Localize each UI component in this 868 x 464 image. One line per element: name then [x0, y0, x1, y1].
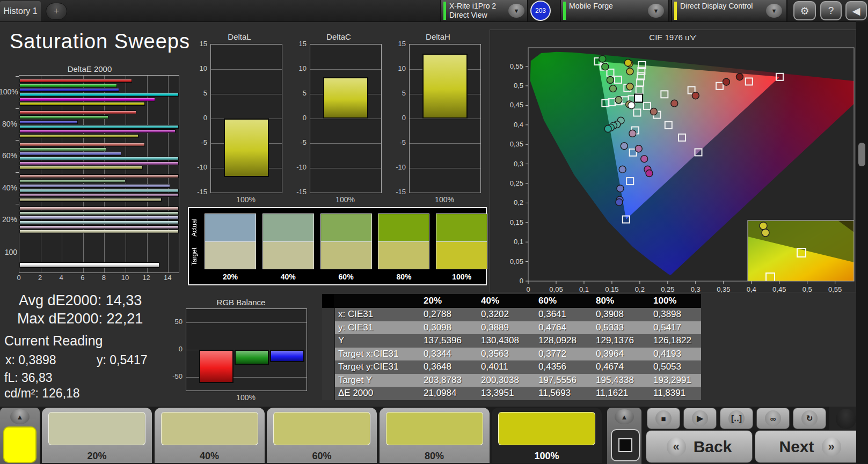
table-cell: 0,4674: [596, 360, 624, 374]
svg-text:0,05: 0,05: [549, 285, 563, 293]
measured-point: [607, 77, 614, 84]
de-bar: [19, 102, 145, 106]
svg-text:0,5: 0,5: [803, 285, 812, 293]
sample-swatch: [273, 412, 370, 445]
chart-title: CIE 1976 u'v': [490, 33, 856, 42]
de-bar: [19, 207, 179, 210]
row-selector-cell: [322, 294, 334, 308]
table-header-row: 20%40%60%80%100%: [322, 294, 701, 308]
back-button[interactable]: « Back: [646, 430, 753, 463]
table-cell: 13,3951: [481, 387, 514, 400]
table-cell: 0,4356: [538, 360, 566, 374]
group-label: 40%: [0, 183, 17, 192]
fl-readout: fL: 36,83: [4, 371, 53, 385]
chart-title: DeltaL: [194, 32, 285, 41]
measure-series-icon: [‥]: [728, 410, 745, 426]
stop-button[interactable]: ■: [647, 408, 680, 429]
svg-text:0,25: 0,25: [510, 179, 523, 187]
gridline: [410, 168, 480, 168]
connection-badge[interactable]: 203: [530, 1, 551, 21]
x-tick-label: 6: [78, 274, 87, 282]
measured-point: [602, 63, 609, 70]
collapse-panel-button[interactable]: ◀: [845, 1, 867, 20]
target-swatch: [205, 241, 256, 269]
add-tab-button[interactable]: +: [46, 3, 67, 20]
table-cell: 0,3098: [424, 321, 451, 335]
de-bar: [19, 111, 136, 114]
workflow-status-indicator: [563, 2, 566, 20]
y-tick-label: -5: [194, 138, 207, 146]
plot-area: [186, 308, 307, 391]
sample-patch-button-60[interactable]: 60%: [267, 408, 377, 463]
deltah-bar: [422, 54, 468, 119]
svg-text:0,2: 0,2: [514, 198, 523, 207]
de-bar: [19, 262, 159, 268]
gridline: [310, 119, 381, 119]
next-button-label: Next: [779, 438, 814, 456]
continuous-measure-button[interactable]: ∞: [756, 408, 790, 429]
de-bar: [19, 115, 108, 119]
current-reading-label: Current Reading: [4, 333, 103, 349]
svg-text:0,2: 0,2: [635, 285, 645, 293]
table-cell: 0,5417: [653, 321, 681, 335]
table-cell: 0,3964: [596, 348, 624, 361]
sample-patch-button-100[interactable]: 100%: [492, 408, 602, 463]
group-label: 60%: [0, 151, 17, 160]
group-label: 80%: [0, 120, 17, 128]
actual-swatch: [262, 213, 314, 241]
table-row: Target y:CIE310,36480,40110,43560,46740,…: [322, 360, 701, 374]
measured-point: [723, 78, 730, 85]
play-button[interactable]: ▶: [683, 408, 717, 429]
de-bar: [19, 84, 117, 87]
target-row-label: Target: [191, 241, 199, 271]
actual-row-label: Actual: [191, 212, 199, 242]
measured-point: [628, 102, 635, 109]
gridline: [310, 143, 381, 144]
back-chevron-icon: «: [667, 437, 686, 456]
sample-label: 20%: [42, 451, 152, 462]
y-tick-label: 10: [294, 64, 307, 72]
refresh-button[interactable]: ↻: [793, 408, 826, 429]
y-tick-label: 50: [171, 318, 183, 326]
y-tick: [16, 108, 19, 109]
table-cell: 0,3641: [538, 308, 566, 321]
de-bar: [19, 98, 155, 101]
gridline: [310, 168, 381, 168]
de-bar: [19, 88, 119, 92]
blue-bar: [270, 350, 304, 362]
measure-series-button[interactable]: [‥]: [720, 408, 753, 429]
chart-title: RGB Balance: [171, 298, 311, 307]
measured-point: [626, 68, 633, 75]
patch-window-button[interactable]: [611, 429, 640, 461]
next-button[interactable]: Next »: [755, 430, 865, 463]
scrollbar-thumb[interactable]: [858, 143, 865, 166]
svg-text:0,45: 0,45: [510, 101, 523, 109]
sample-patch-button-40[interactable]: 40%: [155, 408, 265, 463]
settings-button[interactable]: ⚙: [793, 1, 816, 20]
display-control-dropdown[interactable]: Direct Display Control ▼: [671, 0, 787, 21]
y-tick-label: 15: [194, 40, 207, 48]
stop-icon: ■: [655, 410, 672, 426]
column-header: 40%: [481, 294, 499, 307]
column-header: 100%: [653, 294, 676, 307]
measured-point: [624, 60, 631, 67]
meter-dropdown[interactable]: X-Rite i1Pro 2 Direct View ▼: [440, 0, 528, 21]
table-cell: 11,1621: [596, 387, 628, 400]
sample-patch-button-20[interactable]: 20%: [42, 408, 152, 463]
measured-point: [635, 145, 642, 152]
row-label: Target Y: [338, 374, 372, 387]
help-button[interactable]: ?: [820, 1, 842, 20]
expand-patch-button[interactable]: ▲: [10, 409, 30, 424]
expand-options-button[interactable]: ▲: [615, 409, 634, 424]
row-gutter-cell: [322, 360, 335, 374]
table-cell: 0,4764: [538, 321, 566, 335]
sample-patch-button-80[interactable]: 80%: [380, 408, 490, 463]
de-bar: [19, 184, 170, 188]
x-tick-label: 14: [163, 274, 172, 282]
svg-text:0,1: 0,1: [579, 285, 589, 293]
workflow-dropdown[interactable]: Mobile Forge ▼: [560, 0, 669, 21]
table-cell: 0,3908: [596, 308, 624, 321]
de-bar: [19, 134, 138, 138]
de-bar: [19, 193, 179, 197]
history-tab[interactable]: History 1: [0, 1, 41, 21]
